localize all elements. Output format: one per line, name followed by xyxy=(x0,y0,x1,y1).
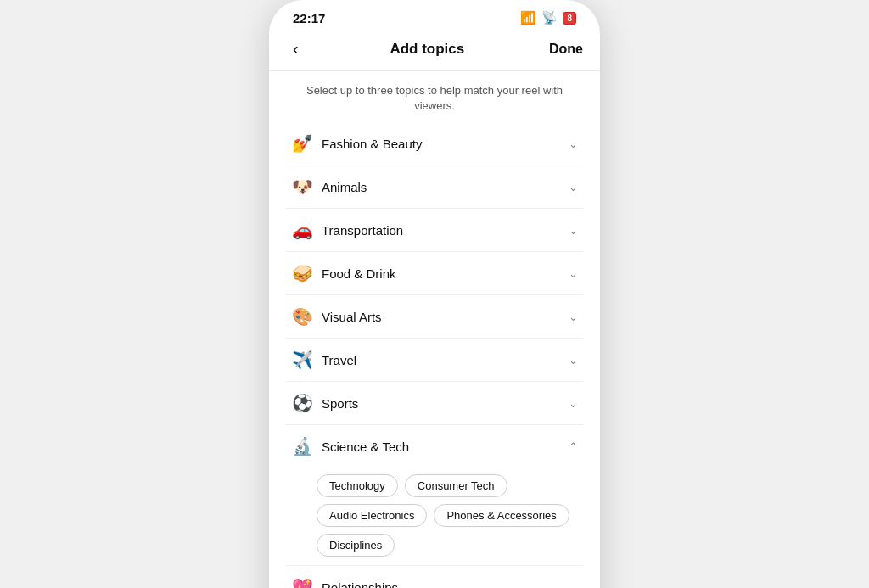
topic-emoji-transportation: 🚗 xyxy=(291,220,313,240)
topic-item-travel[interactable]: ✈️ Travel ⌄ xyxy=(286,339,583,382)
topic-left: 🔬 Science & Tech xyxy=(291,436,409,456)
topic-item-food-drink[interactable]: 🥪 Food & Drink ⌄ xyxy=(286,252,583,295)
topic-item-sports[interactable]: ⚽ Sports ⌄ xyxy=(286,382,583,425)
chevron-down-icon: ⌄ xyxy=(569,397,578,410)
page-title: Add topics xyxy=(390,41,464,58)
science-tech-subtopics: Technology Consumer Tech Audio Electroni… xyxy=(286,468,583,566)
topic-left: 🥪 Food & Drink xyxy=(291,263,396,283)
status-time: 22:17 xyxy=(293,11,325,25)
topic-item-transportation[interactable]: 🚗 Transportation ⌄ xyxy=(286,209,583,252)
wifi-icon: 📡 xyxy=(541,10,558,25)
topic-emoji-food: 🥪 xyxy=(291,263,313,283)
topic-label-food: Food & Drink xyxy=(322,266,396,281)
chevron-down-icon: ⌄ xyxy=(569,137,578,150)
topic-emoji-sports: ⚽ xyxy=(291,393,313,413)
subtopic-technology[interactable]: Technology xyxy=(317,474,398,497)
topic-label-science-tech: Science & Tech xyxy=(322,440,409,454)
done-button[interactable]: Done xyxy=(549,42,583,57)
chevron-down-icon: ⌄ xyxy=(569,267,578,280)
topic-item-fashion-beauty[interactable]: 💅 Fashion & Beauty ⌄ xyxy=(286,122,583,165)
subtopic-consumer-tech[interactable]: Consumer Tech xyxy=(405,474,507,497)
nav-bar: ‹ Add topics Done xyxy=(269,31,600,71)
topic-left: 💅 Fashion & Beauty xyxy=(291,133,422,154)
topic-label-animals: Animals xyxy=(322,180,367,194)
subtopic-phones-accessories[interactable]: Phones & Accessories xyxy=(434,504,569,527)
topic-label-sports: Sports xyxy=(322,396,358,411)
topic-left: 🐶 Animals xyxy=(291,176,367,197)
status-icons: 📶 📡 8 xyxy=(520,10,576,25)
chevron-down-icon: ⌄ xyxy=(569,311,578,323)
topic-emoji-relationships: 💖 xyxy=(291,577,313,588)
topic-left: 🎨 Visual Arts xyxy=(291,306,382,327)
subtopic-disciplines[interactable]: Disciplines xyxy=(317,534,395,557)
topic-item-relationships[interactable]: 💖 Relationships ⌄ xyxy=(286,566,583,588)
topic-emoji-science-tech: 🔬 xyxy=(291,436,313,456)
signal-icon: 📶 xyxy=(520,10,536,25)
subtopic-audio-electronics[interactable]: Audio Electronics xyxy=(317,504,427,527)
topic-left: ⚽ Sports xyxy=(291,393,358,413)
topics-list: 💅 Fashion & Beauty ⌄ 🐶 Animals ⌄ 🚗 Trans… xyxy=(269,122,600,588)
chevron-down-icon: ⌄ xyxy=(569,224,578,237)
chevron-down-icon: ⌄ xyxy=(569,581,578,588)
topic-label-travel: Travel xyxy=(322,353,356,367)
topic-emoji-visual-arts: 🎨 xyxy=(291,306,313,327)
topic-emoji-animals: 🐶 xyxy=(291,176,313,197)
back-button[interactable]: ‹ xyxy=(286,36,306,62)
topic-item-science-tech[interactable]: 🔬 Science & Tech ⌃ xyxy=(286,425,583,468)
topic-left: 💖 Relationships xyxy=(291,577,398,588)
phone-frame: 22:17 📶 📡 8 ‹ Add topics Done Select up … xyxy=(269,0,600,588)
topic-left: ✈️ Travel xyxy=(291,350,356,370)
topic-item-visual-arts[interactable]: 🎨 Visual Arts ⌄ xyxy=(286,295,583,339)
topic-emoji-fashion: 💅 xyxy=(291,133,313,154)
status-bar: 22:17 📶 📡 8 xyxy=(269,0,600,31)
battery-icon: 8 xyxy=(563,12,576,25)
topic-emoji-travel: ✈️ xyxy=(291,350,313,370)
topic-item-animals[interactable]: 🐶 Animals ⌄ xyxy=(286,165,583,209)
subtitle-text: Select up to three topics to help match … xyxy=(269,71,600,122)
topic-label-fashion: Fashion & Beauty xyxy=(322,137,422,151)
chevron-up-icon: ⌃ xyxy=(569,440,578,453)
topic-label-transportation: Transportation xyxy=(322,223,403,238)
chevron-down-icon: ⌄ xyxy=(569,354,578,367)
chevron-down-icon: ⌄ xyxy=(569,181,578,193)
topic-label-relationships: Relationships xyxy=(322,580,398,588)
topic-label-visual-arts: Visual Arts xyxy=(322,310,382,324)
topic-left: 🚗 Transportation xyxy=(291,220,403,240)
